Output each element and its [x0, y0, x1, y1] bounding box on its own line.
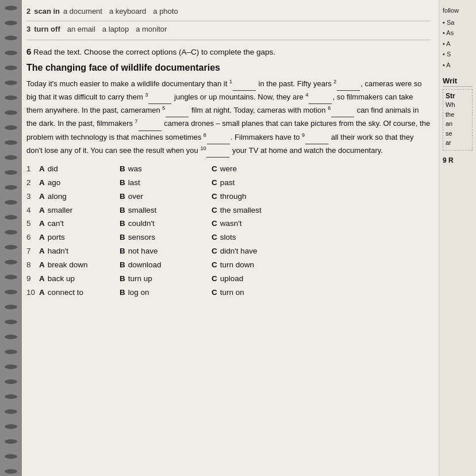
opt4-a-letter: A — [39, 205, 45, 217]
opt2-b-letter: B — [120, 177, 125, 189]
spiral-ring — [5, 320, 17, 324]
spiral-ring — [5, 66, 17, 70]
row2-opt1: a document — [63, 6, 102, 17]
opt2-num: 2 — [26, 177, 39, 189]
opt6-b-letter: B — [120, 232, 125, 244]
spiral-ring — [5, 80, 17, 85]
blank10 — [206, 145, 229, 158]
opt1-c-text: were — [220, 163, 237, 175]
opt5-b-letter: B — [120, 218, 125, 230]
opt8-c-text: turn down — [220, 259, 254, 271]
spiral-binding — [0, 0, 22, 476]
spiral-ring — [5, 95, 17, 100]
opt6-a-text: ports — [48, 232, 65, 244]
opt1-b-letter: B — [120, 163, 125, 175]
opt8-c: Cturn down — [212, 259, 304, 271]
spiral-ring — [5, 110, 17, 115]
sup8: 8 — [204, 132, 206, 138]
opt6-b: Bsensors — [120, 232, 212, 244]
blank3 — [148, 91, 171, 104]
opt6-c-letter: C — [212, 232, 217, 244]
opt3-b: Bover — [120, 191, 212, 203]
bullet-s: • S — [443, 49, 473, 59]
section6-header: 6 Read the text. Choose the correct opti… — [26, 45, 431, 59]
opt4-b-letter: B — [120, 205, 125, 217]
sup2: 2 — [333, 79, 336, 85]
opt1-c: Cwere — [212, 163, 304, 175]
opt9-c-text: upload — [220, 273, 244, 285]
opt4-num: 4 — [26, 205, 39, 217]
spiral-ring — [5, 6, 17, 10]
opt2-b: Blast — [120, 177, 212, 189]
sup10: 10 — [200, 145, 206, 151]
option-row-6: 6 Aports Bsensors Cslots — [26, 232, 431, 244]
spiral-ring — [5, 21, 17, 25]
row3-word: turn off — [34, 24, 60, 35]
opt7-num: 7 — [26, 245, 39, 258]
str-body: Whtheansear — [446, 100, 470, 148]
opt8-num: 8 — [26, 259, 39, 271]
blank7 — [139, 118, 162, 131]
opt3-c-text: through — [220, 191, 247, 203]
opt8-b-text: download — [128, 259, 162, 271]
spiral-ring — [5, 260, 17, 264]
spiral-ring — [5, 335, 17, 339]
opt8-b: Bdownload — [120, 259, 212, 271]
option-row-1: 1 Adid Bwas Cwere — [26, 163, 431, 175]
opt9-a-letter: A — [39, 273, 45, 285]
opt1-a: Adid — [39, 163, 120, 175]
opt10-c: Cturn on — [212, 287, 304, 299]
bullet-a1: • A — [443, 39, 473, 49]
spiral-ring — [5, 424, 17, 429]
opt2-a-letter: A — [39, 177, 45, 189]
opt7-c-text: didn't have — [220, 245, 258, 258]
option-row-3: 3 Aalong Bover Cthrough — [26, 191, 431, 203]
opt5-a-letter: A — [39, 218, 45, 230]
opt3-b-text: over — [128, 191, 143, 203]
opt1-a-text: did — [48, 163, 58, 175]
option-row-4: 4 Asmaller Bsmallest Cthe smallest — [26, 205, 431, 217]
option-row-10: 10 Aconnect to Blog on Cturn on — [26, 287, 431, 299]
bullet-as: • As — [443, 28, 473, 38]
right-page: follow • Sa • As • A • S • A Writ Str Wh… — [439, 0, 476, 476]
opt7-b: Bnot have — [120, 245, 212, 258]
blank2 — [337, 78, 360, 91]
spiral-ring — [5, 454, 17, 459]
blank5 — [166, 105, 189, 118]
opt3-num: 3 — [26, 191, 39, 203]
opt4-a-text: smaller — [48, 205, 73, 217]
opt10-b-letter: B — [120, 287, 125, 299]
sup4: 4 — [305, 92, 308, 98]
spiral-ring — [5, 215, 17, 220]
section6: 6 Read the text. Choose the correct opti… — [26, 45, 431, 299]
opt9-c-letter: C — [212, 273, 217, 285]
opt10-num: 10 — [26, 287, 39, 299]
spiral-ring — [5, 200, 17, 205]
str-title: Str — [446, 92, 470, 100]
opt8-a: Abreak down — [39, 259, 120, 271]
spiral-ring — [5, 469, 17, 474]
opt5-b-text: couldn't — [128, 218, 155, 230]
row2-opt3: a photo — [153, 6, 178, 17]
spiral-ring — [5, 185, 17, 190]
opt10-b-text: log on — [128, 287, 149, 299]
spiral-ring — [5, 379, 17, 384]
opt3-a: Aalong — [39, 191, 120, 203]
article-body: Today it's much easier to make a wildlif… — [26, 78, 431, 158]
opt10-a-text: connect to — [48, 287, 83, 299]
opt9-b: Bturn up — [120, 273, 212, 285]
spiral-ring — [5, 245, 17, 249]
opt3-c: Cthrough — [212, 191, 304, 203]
row3-num: 3 — [26, 24, 30, 35]
opt8-a-text: break down — [48, 259, 88, 271]
opt1-num: 1 — [26, 163, 39, 175]
spiral-ring — [5, 275, 17, 279]
row2-word: scan in — [34, 6, 60, 17]
opt8-c-letter: C — [212, 259, 217, 271]
option-row-9: 9 Aback up Bturn up Cupload — [26, 273, 431, 285]
opt10-b: Blog on — [120, 287, 212, 299]
spiral-ring — [5, 305, 17, 309]
blank4 — [309, 91, 332, 104]
blank9 — [305, 132, 328, 144]
spiral-ring — [5, 409, 17, 414]
